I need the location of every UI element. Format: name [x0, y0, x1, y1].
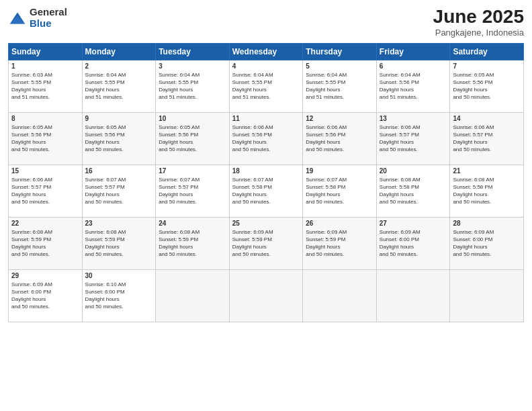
day-info: Sunrise: 6:06 AM Sunset: 5:56 PM Dayligh…: [306, 124, 373, 154]
calendar-header-tuesday: Tuesday: [156, 43, 230, 60]
calendar-header-wednesday: Wednesday: [229, 43, 303, 60]
day-info: Sunrise: 6:05 AM Sunset: 5:56 PM Dayligh…: [11, 124, 79, 154]
day-info: Sunrise: 6:04 AM Sunset: 5:55 PM Dayligh…: [306, 71, 373, 101]
day-cell-13: 13 Sunrise: 6:06 AM Sunset: 5:57 PM Dayl…: [376, 112, 450, 165]
day-info: Sunrise: 6:04 AM Sunset: 5:55 PM Dayligh…: [159, 71, 226, 101]
calendar-header-monday: Monday: [82, 43, 156, 60]
day-info: Sunrise: 6:09 AM Sunset: 6:00 PM Dayligh…: [453, 228, 521, 259]
day-cell-23: 23 Sunrise: 6:08 AM Sunset: 5:59 PM Dayl…: [82, 217, 156, 269]
day-number: 2: [85, 62, 153, 70]
day-number: 19: [306, 167, 373, 175]
day-cell-5: 5 Sunrise: 6:04 AM Sunset: 5:55 PM Dayli…: [303, 60, 377, 112]
day-info: Sunrise: 6:10 AM Sunset: 6:00 PM Dayligh…: [85, 281, 153, 311]
day-number: 17: [159, 167, 226, 175]
day-number: 27: [380, 220, 447, 227]
calendar-header-saturday: Saturday: [450, 43, 524, 60]
day-cell-17: 17 Sunrise: 6:07 AM Sunset: 5:57 PM Dayl…: [156, 165, 230, 217]
day-info: Sunrise: 6:07 AM Sunset: 5:57 PM Dayligh…: [159, 176, 226, 206]
day-number: 8: [11, 115, 79, 122]
empty-cell: [156, 269, 230, 322]
day-number: 22: [11, 220, 79, 227]
day-number: 7: [453, 62, 521, 70]
day-cell-15: 15 Sunrise: 6:06 AM Sunset: 5:57 PM Dayl…: [9, 165, 83, 217]
day-cell-14: 14 Sunrise: 6:06 AM Sunset: 5:57 PM Dayl…: [450, 112, 524, 165]
day-info: Sunrise: 6:08 AM Sunset: 5:59 PM Dayligh…: [85, 228, 153, 259]
day-number: 11: [232, 115, 300, 122]
day-info: Sunrise: 6:04 AM Sunset: 5:56 PM Dayligh…: [380, 71, 447, 101]
day-cell-1: 1 Sunrise: 6:03 AM Sunset: 5:55 PM Dayli…: [9, 60, 83, 112]
day-info: Sunrise: 6:09 AM Sunset: 5:59 PM Dayligh…: [306, 228, 373, 259]
day-number: 20: [380, 167, 447, 175]
calendar-header-thursday: Thursday: [303, 43, 377, 60]
day-number: 3: [159, 62, 226, 70]
day-number: 6: [380, 62, 447, 70]
calendar-header-friday: Friday: [376, 43, 450, 60]
day-cell-26: 26 Sunrise: 6:09 AM Sunset: 5:59 PM Dayl…: [303, 217, 377, 269]
day-cell-8: 8 Sunrise: 6:05 AM Sunset: 5:56 PM Dayli…: [9, 112, 83, 165]
month-title: June 2025: [433, 7, 524, 28]
day-info: Sunrise: 6:05 AM Sunset: 5:56 PM Dayligh…: [85, 124, 153, 154]
day-number: 24: [159, 220, 226, 227]
day-info: Sunrise: 6:07 AM Sunset: 5:57 PM Dayligh…: [85, 176, 153, 206]
day-cell-7: 7 Sunrise: 6:05 AM Sunset: 5:56 PM Dayli…: [450, 60, 524, 112]
day-info: Sunrise: 6:08 AM Sunset: 5:58 PM Dayligh…: [453, 176, 521, 206]
empty-cell: [376, 269, 450, 322]
day-cell-21: 21 Sunrise: 6:08 AM Sunset: 5:58 PM Dayl…: [450, 165, 524, 217]
day-number: 21: [453, 167, 521, 175]
day-number: 12: [306, 115, 373, 122]
empty-cell: [303, 269, 377, 322]
day-cell-18: 18 Sunrise: 6:07 AM Sunset: 5:58 PM Dayl…: [229, 165, 303, 217]
day-cell-12: 12 Sunrise: 6:06 AM Sunset: 5:56 PM Dayl…: [303, 112, 377, 165]
day-number: 30: [85, 272, 153, 279]
day-number: 25: [232, 220, 300, 227]
logo: General Blue: [8, 7, 67, 29]
day-cell-4: 4 Sunrise: 6:04 AM Sunset: 5:55 PM Dayli…: [229, 60, 303, 112]
empty-cell: [450, 269, 524, 322]
day-info: Sunrise: 6:08 AM Sunset: 5:59 PM Dayligh…: [11, 228, 79, 259]
day-number: 28: [453, 220, 521, 227]
day-number: 5: [306, 62, 373, 70]
day-cell-11: 11 Sunrise: 6:06 AM Sunset: 5:56 PM Dayl…: [229, 112, 303, 165]
day-number: 18: [232, 167, 300, 175]
day-info: Sunrise: 6:08 AM Sunset: 5:59 PM Dayligh…: [159, 228, 226, 259]
day-info: Sunrise: 6:06 AM Sunset: 5:57 PM Dayligh…: [453, 124, 521, 154]
logo-blue-text: Blue: [30, 18, 67, 30]
day-number: 23: [85, 220, 153, 227]
day-cell-19: 19 Sunrise: 6:07 AM Sunset: 5:58 PM Dayl…: [303, 165, 377, 217]
day-info: Sunrise: 6:06 AM Sunset: 5:57 PM Dayligh…: [11, 176, 79, 206]
day-cell-6: 6 Sunrise: 6:04 AM Sunset: 5:56 PM Dayli…: [376, 60, 450, 112]
day-cell-3: 3 Sunrise: 6:04 AM Sunset: 5:55 PM Dayli…: [156, 60, 230, 112]
day-number: 15: [11, 167, 79, 175]
title-block: June 2025 Pangkajene, Indonesia: [433, 7, 524, 38]
day-info: Sunrise: 6:03 AM Sunset: 5:55 PM Dayligh…: [11, 71, 79, 101]
day-cell-24: 24 Sunrise: 6:08 AM Sunset: 5:59 PM Dayl…: [156, 217, 230, 269]
day-info: Sunrise: 6:07 AM Sunset: 5:58 PM Dayligh…: [232, 176, 300, 206]
day-info: Sunrise: 6:04 AM Sunset: 5:55 PM Dayligh…: [85, 71, 153, 101]
day-info: Sunrise: 6:08 AM Sunset: 5:58 PM Dayligh…: [380, 176, 447, 206]
day-cell-20: 20 Sunrise: 6:08 AM Sunset: 5:58 PM Dayl…: [376, 165, 450, 217]
calendar-header-sunday: Sunday: [9, 43, 83, 60]
day-cell-29: 29 Sunrise: 6:09 AM Sunset: 6:00 PM Dayl…: [9, 269, 83, 322]
day-info: Sunrise: 6:06 AM Sunset: 5:57 PM Dayligh…: [380, 124, 447, 154]
day-cell-22: 22 Sunrise: 6:08 AM Sunset: 5:59 PM Dayl…: [9, 217, 83, 269]
svg-marker-1: [10, 15, 25, 24]
day-number: 29: [11, 272, 79, 279]
day-number: 26: [306, 220, 373, 227]
day-cell-2: 2 Sunrise: 6:04 AM Sunset: 5:55 PM Dayli…: [82, 60, 156, 112]
day-cell-10: 10 Sunrise: 6:05 AM Sunset: 5:56 PM Dayl…: [156, 112, 230, 165]
day-cell-28: 28 Sunrise: 6:09 AM Sunset: 6:00 PM Dayl…: [450, 217, 524, 269]
calendar-table: SundayMondayTuesdayWednesdayThursdayFrid…: [8, 43, 524, 322]
day-info: Sunrise: 6:05 AM Sunset: 5:56 PM Dayligh…: [159, 124, 226, 154]
day-cell-25: 25 Sunrise: 6:09 AM Sunset: 5:59 PM Dayl…: [229, 217, 303, 269]
day-cell-9: 9 Sunrise: 6:05 AM Sunset: 5:56 PM Dayli…: [82, 112, 156, 165]
day-info: Sunrise: 6:05 AM Sunset: 5:56 PM Dayligh…: [453, 71, 521, 101]
day-cell-27: 27 Sunrise: 6:09 AM Sunset: 6:00 PM Dayl…: [376, 217, 450, 269]
empty-cell: [229, 269, 303, 322]
day-info: Sunrise: 6:09 AM Sunset: 6:00 PM Dayligh…: [11, 281, 79, 311]
day-number: 16: [85, 167, 153, 175]
day-number: 1: [11, 62, 79, 70]
day-number: 13: [380, 115, 447, 122]
day-cell-16: 16 Sunrise: 6:07 AM Sunset: 5:57 PM Dayl…: [82, 165, 156, 217]
day-cell-30: 30 Sunrise: 6:10 AM Sunset: 6:00 PM Dayl…: [82, 269, 156, 322]
day-number: 10: [159, 115, 226, 122]
